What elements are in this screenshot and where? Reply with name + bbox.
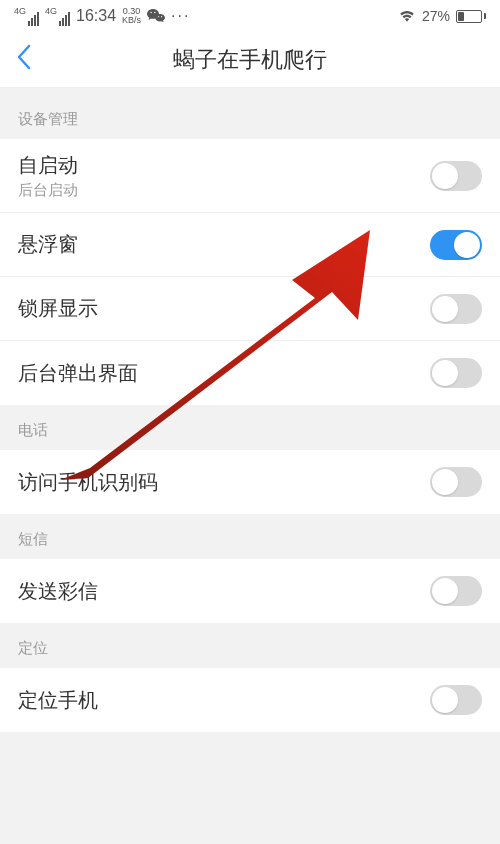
settings-row[interactable]: 后台弹出界面 (0, 341, 500, 405)
wifi-icon (398, 8, 416, 25)
toggle-switch[interactable] (430, 467, 482, 497)
settings-row[interactable]: 发送彩信 (0, 559, 500, 623)
row-subtitle: 后台启动 (18, 181, 78, 200)
battery-percent: 27% (422, 8, 450, 24)
settings-row[interactable]: 自启动后台启动 (0, 139, 500, 213)
status-bar: 4G 4G 16:34 0.30 KB/s ··· (0, 0, 500, 32)
signal-2: 4G (45, 6, 70, 26)
wechat-icon (147, 7, 165, 26)
row-title: 锁屏显示 (18, 295, 98, 322)
back-button[interactable] (0, 44, 48, 75)
settings-row[interactable]: 悬浮窗 (0, 213, 500, 277)
row-title: 定位手机 (18, 687, 98, 714)
signal-1: 4G (14, 6, 39, 26)
toggle-switch[interactable] (430, 685, 482, 715)
status-left: 4G 4G 16:34 0.30 KB/s ··· (14, 6, 190, 26)
section-header: 电话 (0, 405, 500, 450)
toggle-switch[interactable] (430, 230, 482, 260)
page-title: 蝎子在手机爬行 (0, 45, 500, 75)
toggle-switch[interactable] (430, 576, 482, 606)
battery-icon (456, 10, 486, 23)
section-header: 设备管理 (0, 88, 500, 139)
status-right: 27% (398, 8, 486, 25)
more-icon: ··· (171, 7, 190, 25)
net-speed: 0.30 KB/s (122, 7, 141, 25)
section-header: 短信 (0, 514, 500, 559)
row-title: 访问手机识别码 (18, 469, 158, 496)
toggle-switch[interactable] (430, 358, 482, 388)
row-title: 后台弹出界面 (18, 360, 138, 387)
nav-bar: 蝎子在手机爬行 (0, 32, 500, 88)
time: 16:34 (76, 7, 116, 25)
row-title: 悬浮窗 (18, 231, 78, 258)
net-label-1: 4G (14, 6, 26, 16)
row-title: 自启动 (18, 152, 78, 179)
settings-row[interactable]: 定位手机 (0, 668, 500, 732)
settings-row[interactable]: 锁屏显示 (0, 277, 500, 341)
settings-row[interactable]: 访问手机识别码 (0, 450, 500, 514)
net-label-2: 4G (45, 6, 57, 16)
section-header: 定位 (0, 623, 500, 668)
toggle-switch[interactable] (430, 294, 482, 324)
toggle-switch[interactable] (430, 161, 482, 191)
row-title: 发送彩信 (18, 578, 98, 605)
